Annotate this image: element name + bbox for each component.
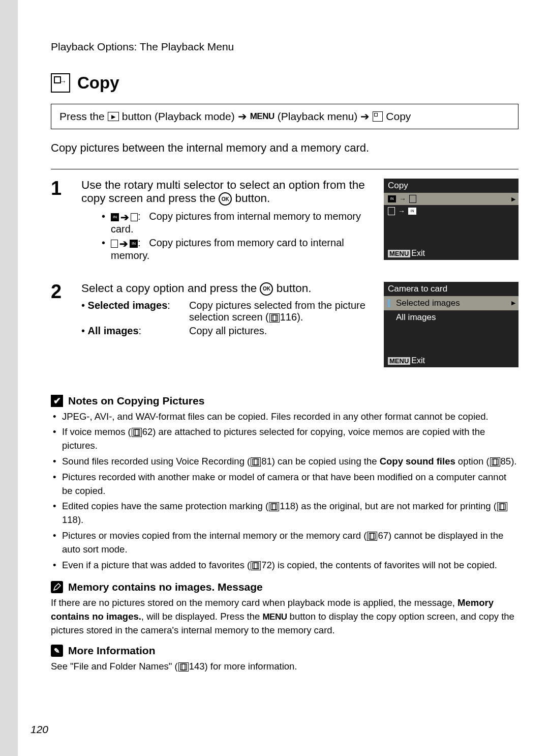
step-body: Select a copy option and press the OK bu…: [81, 282, 369, 339]
page-ref-icon: [269, 502, 279, 511]
more-info-text: See "File and Folder Names" (143) for mo…: [51, 660, 518, 674]
memory-message-section: Memory contains no images. Message If th…: [51, 581, 518, 637]
step-1: 1 Use the rotary multi selector to selec…: [51, 179, 518, 272]
notes-heading-text: Notes on Copying Pictures: [68, 395, 204, 407]
step2-title-a: Select a copy option and press the: [81, 282, 260, 295]
more-info-section: ✎ More Information See "File and Folder …: [51, 645, 518, 674]
svg-rect-12: [369, 533, 374, 539]
navigation-path-box: Press the ▶ button (Playback mode) ➔ MEN…: [51, 104, 518, 129]
bullet2-text: Copy pictures from memory card to intern…: [111, 237, 344, 261]
note-item: Sound files recorded using Voice Recordi…: [53, 455, 518, 469]
step-2: 2 Select a copy option and press the OK …: [51, 282, 518, 367]
step2-title-b: button.: [273, 282, 311, 295]
svg-rect-1: [273, 315, 278, 321]
lcd2-footer: MENUExit: [384, 354, 518, 367]
page-number: 120: [30, 723, 48, 736]
opt-all-images-desc: Copy all pictures.: [189, 325, 369, 337]
lcd2-row-selected-images: Selected images ▶: [384, 296, 518, 310]
svg-rect-14: [253, 563, 257, 569]
page-ref-icon: [132, 428, 142, 437]
note-item: If voice memos (62) are attached to pict…: [53, 425, 518, 453]
notes-list: JPEG-, AVI-, and WAV-format files can be…: [53, 410, 518, 572]
pencil-badge-icon: [51, 581, 63, 593]
lcd1-title: Copy: [384, 179, 518, 193]
ok-button-icon: OK: [260, 282, 273, 296]
menu-button-label: MENU: [262, 612, 287, 622]
chevron-right-icon: ▶: [511, 196, 515, 202]
chevron-right-icon: ▶: [511, 300, 515, 306]
svg-rect-0: [271, 315, 276, 321]
note-item: Pictures or movies copied from the inter…: [53, 529, 518, 557]
page-ref-icon: [490, 457, 500, 467]
menu-button-label: MENU: [250, 111, 274, 122]
lcd-screenshot-1: Copy IN → ▶ → IN MENUExit: [384, 179, 518, 260]
note-item: Even if a picture that was added to favo…: [53, 559, 518, 572]
svg-rect-6: [492, 459, 497, 465]
step-number: 1: [51, 179, 66, 198]
step2-options: • Selected images: Copy pictures selecte…: [81, 300, 369, 337]
section-title-text: Copy: [77, 73, 119, 93]
svg-rect-7: [494, 459, 498, 465]
lcd2-exit: Exit: [411, 356, 425, 365]
section-title: Copy: [51, 73, 518, 93]
lcd1-row-card-to-in: → IN: [384, 205, 518, 217]
lcd1-footer: MENUExit: [384, 247, 518, 260]
memory-msg-text: If there are no pictures stored on the m…: [51, 596, 518, 637]
step-body: Use the rotary multi selector to select …: [81, 179, 369, 272]
copy-icon: [51, 73, 70, 93]
svg-rect-5: [254, 459, 259, 465]
svg-rect-3: [135, 429, 140, 435]
bullet-card-to-internal: ➔IN : Copy pictures from memory card to …: [102, 237, 369, 261]
playback-button-icon: ▶: [108, 112, 119, 121]
checkmark-badge-icon: ✔: [51, 395, 63, 407]
page-ref-icon: [251, 561, 261, 570]
card-to-internal-icon: ➔IN: [111, 238, 138, 250]
bullet-internal-to-card: IN➔ : Copy pictures from internal memory…: [102, 211, 369, 235]
info-badge-icon: ✎: [51, 645, 63, 657]
divider: [51, 169, 518, 169]
step1-title-b: button.: [232, 192, 270, 205]
nav-playback-mode-label: (Playback mode): [155, 110, 235, 123]
step-number: 2: [51, 282, 66, 301]
svg-rect-4: [253, 459, 257, 465]
arrow-icon: ➔: [238, 110, 247, 123]
nav-playback-mode-text: button: [122, 110, 151, 123]
nav-copy-label: Copy: [386, 110, 411, 123]
notes-heading: ✔ Notes on Copying Pictures: [51, 395, 518, 407]
lcd1-row-in-to-card: IN → ▶: [384, 193, 518, 205]
lcd-screenshot-2: Camera to card Selected images ▶ All ima…: [384, 282, 518, 367]
note-item: Edited copies have the same protection m…: [53, 500, 518, 527]
nav-playback-menu-label: (Playback menu): [278, 110, 358, 123]
lcd-menu-label: MENU: [388, 250, 410, 257]
svg-rect-11: [501, 504, 505, 510]
copy-icon: [373, 111, 383, 122]
svg-rect-17: [182, 664, 187, 670]
opt-selected-images-desc: Copy pictures selected from the picture …: [189, 300, 369, 323]
intro-text: Copy pictures between the internal memor…: [51, 141, 518, 155]
svg-rect-10: [499, 504, 504, 510]
note-item: Pictures recorded with another make or m…: [53, 471, 518, 498]
internal-to-card-icon: IN➔: [111, 211, 138, 223]
svg-rect-13: [371, 533, 375, 539]
svg-rect-2: [134, 429, 138, 435]
page-ref-icon: [178, 662, 189, 672]
svg-rect-16: [180, 664, 185, 670]
page-ref-icon: [251, 457, 261, 467]
arrow-icon: ➔: [360, 110, 370, 123]
lcd1-exit: Exit: [411, 249, 425, 257]
more-info-heading: More Information: [68, 645, 156, 657]
bullet1-text: Copy pictures from internal memory to me…: [111, 211, 361, 235]
lcd2-row-all-images: All images: [384, 310, 518, 325]
note-item: JPEG-, AVI-, and WAV-format files can be…: [53, 410, 518, 424]
notes-section: ✔ Notes on Copying Pictures JPEG-, AVI-,…: [51, 395, 518, 674]
svg-rect-9: [272, 504, 277, 510]
step1-bullets: IN➔ : Copy pictures from internal memory…: [81, 211, 369, 261]
opt-selected-images-label: • Selected images:: [81, 300, 183, 323]
page-ref-icon: [269, 313, 280, 323]
ok-button-icon: OK: [219, 192, 232, 206]
svg-rect-8: [271, 504, 276, 510]
opt-all-images-label: • All images:: [81, 325, 183, 337]
page-ref-icon: [367, 532, 377, 541]
lcd-menu-label: MENU: [388, 357, 410, 365]
svg-rect-15: [254, 563, 259, 569]
